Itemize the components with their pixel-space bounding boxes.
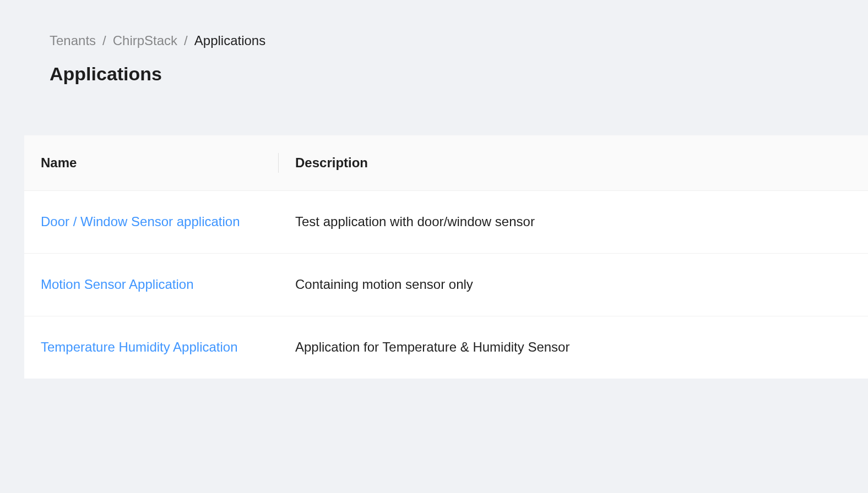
- application-link[interactable]: Temperature Humidity Application: [41, 339, 238, 354]
- table-row: Motion Sensor Application Containing mot…: [24, 253, 868, 316]
- table-row: Temperature Humidity Application Applica…: [24, 316, 868, 378]
- table-row: Door / Window Sensor application Test ap…: [24, 191, 868, 254]
- application-link[interactable]: Motion Sensor Application: [41, 277, 194, 292]
- cell-name: Temperature Humidity Application: [24, 316, 279, 378]
- breadcrumb-tenants[interactable]: Tenants: [50, 31, 96, 51]
- applications-table-container: Name Description Door / Window Sensor ap…: [24, 135, 868, 378]
- cell-name: Motion Sensor Application: [24, 253, 279, 316]
- breadcrumb-separator: /: [102, 31, 106, 51]
- cell-description: Application for Temperature & Humidity S…: [279, 316, 868, 378]
- breadcrumb: Tenants / ChirpStack / Applications: [50, 31, 818, 51]
- breadcrumb-chirpstack[interactable]: ChirpStack: [113, 31, 177, 51]
- application-link[interactable]: Door / Window Sensor application: [41, 214, 240, 229]
- cell-description: Containing motion sensor only: [279, 253, 868, 316]
- table-header-row: Name Description: [24, 135, 868, 191]
- cell-name: Door / Window Sensor application: [24, 191, 279, 254]
- page-header: Tenants / ChirpStack / Applications Appl…: [0, 0, 868, 86]
- breadcrumb-applications: Applications: [194, 31, 265, 51]
- column-header-description[interactable]: Description: [279, 135, 868, 191]
- applications-table: Name Description Door / Window Sensor ap…: [24, 135, 868, 378]
- column-header-name[interactable]: Name: [24, 135, 279, 191]
- cell-description: Test application with door/window sensor: [279, 191, 868, 254]
- page-title: Applications: [50, 62, 818, 86]
- breadcrumb-separator: /: [184, 31, 188, 51]
